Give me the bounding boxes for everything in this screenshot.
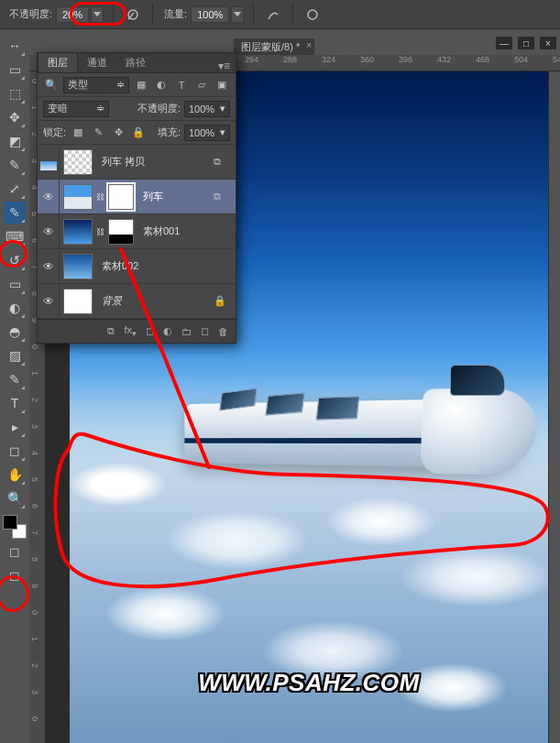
tool-14[interactable]: ✎ (4, 368, 26, 390)
watermark: WWW.PSAHZ.COM (198, 669, 419, 697)
flow-dropdown[interactable] (231, 6, 244, 23)
layer-thumb[interactable] (63, 289, 93, 314)
layer-group-icon[interactable]: 🗀 (181, 326, 192, 337)
filter-icon[interactable]: 🔍 (43, 77, 60, 93)
visibility-icon[interactable]: 👁 (38, 180, 60, 214)
tool-13[interactable]: ▨ (4, 344, 26, 366)
flow-label: 流量: (164, 7, 187, 21)
tool-11[interactable]: ◐ (4, 297, 26, 319)
tool-16[interactable]: ▸ (4, 416, 26, 438)
tool-4[interactable]: ◩ (4, 130, 26, 152)
layer-fx-icon[interactable]: fx▾ (124, 324, 137, 338)
layer-name[interactable]: 列车 拷贝 (96, 155, 214, 169)
document-title: 图层蒙版/8) * (241, 40, 300, 54)
maximize-button[interactable]: □ (518, 37, 534, 49)
layer-list: 列车 拷贝⧉👁⛓列车⧉👁⛓素材001👁素材002👁背景🔒 (38, 145, 236, 319)
layer-thumb[interactable] (63, 149, 93, 175)
layer-row[interactable]: 列车 拷贝⧉ (38, 145, 236, 180)
options-bar: 不透明度: 20% 流量: 100% (0, 0, 560, 29)
panel-menu-icon[interactable]: ▾≡ (213, 60, 236, 72)
tool-19[interactable]: 🔍 (4, 487, 26, 509)
layer-mask-thumb[interactable] (108, 184, 134, 210)
document-tab[interactable]: 图层蒙版/8) * × (234, 38, 314, 55)
lock-all-icon[interactable]: 🔒 (130, 125, 147, 141)
tool-2[interactable]: ⬚ (4, 82, 26, 104)
layer-thumb[interactable] (63, 254, 93, 279)
layers-panel: 图层 通道 路径 ▾≡ 🔍 类型≑ ▦ ◐ T ▱ ▣ 变暗≑ 不透明度: 10… (37, 52, 236, 344)
lock-label: 锁定: (43, 126, 66, 139)
layer-row[interactable]: 👁素材002 (38, 249, 236, 284)
tool-6[interactable]: ⤢ (4, 178, 26, 200)
tool-18[interactable]: ✋ (4, 464, 26, 486)
opacity-value[interactable]: 20% (56, 6, 89, 23)
filter-type-icon[interactable]: T (173, 77, 190, 93)
tab-paths[interactable]: 路径 (116, 53, 155, 72)
train-image (161, 346, 528, 511)
flow-value[interactable]: 100% (191, 6, 229, 23)
link-layers-icon[interactable]: ⧉ (107, 325, 115, 337)
opacity-label: 不透明度: (9, 7, 52, 21)
tool-1[interactable]: ▭ (4, 59, 26, 81)
layer-opacity-value[interactable]: 100%▾ (184, 101, 230, 117)
pressure-size-icon[interactable] (302, 5, 323, 25)
screenmode-icon[interactable]: ◻ (4, 564, 26, 586)
airbrush-icon[interactable] (263, 5, 283, 25)
lock-paint-icon[interactable]: ✎ (90, 125, 106, 141)
lock-position-icon[interactable]: ✥ (110, 125, 126, 141)
fill-value[interactable]: 100%▾ (184, 125, 230, 141)
layer-row[interactable]: 👁⛓列车⧉ (38, 180, 236, 214)
filter-adjust-icon[interactable]: ◐ (153, 77, 170, 93)
link-icon: ⧉ (214, 156, 228, 168)
kind-select[interactable]: 类型≑ (63, 77, 129, 93)
lock-transparent-icon[interactable]: ▩ (70, 125, 86, 141)
quickmask-icon[interactable]: ◻ (4, 541, 26, 563)
layer-row[interactable]: 👁⛓素材001 (38, 214, 236, 249)
toolbox: ↔▭⬚✥◩✎⤢✎⌨↺▭◐◓▨✎T▸◻✋🔍◻◻ (0, 29, 29, 586)
tool-8[interactable]: ⌨ (4, 225, 26, 247)
tab-channels[interactable]: 通道 (78, 53, 116, 72)
layer-name[interactable]: 素材001 (137, 224, 228, 238)
tool-17[interactable]: ◻ (4, 440, 26, 462)
tool-10[interactable]: ▭ (4, 273, 26, 295)
fill-label: 填充: (158, 126, 181, 139)
visibility-icon[interactable]: 👁 (38, 249, 60, 284)
minimize-button[interactable]: — (496, 37, 512, 49)
tool-9[interactable]: ↺ (4, 249, 26, 271)
filter-smart-icon[interactable]: ▣ (214, 77, 230, 93)
layer-row[interactable]: 👁背景🔒 (38, 284, 236, 319)
tool-3[interactable]: ✥ (4, 106, 26, 128)
layer-opacity-label: 不透明度: (137, 102, 181, 115)
layer-thumb[interactable] (63, 219, 93, 245)
link-icon: ⧉ (214, 191, 228, 202)
tool-0[interactable]: ↔ (4, 35, 26, 57)
layer-mask-thumb[interactable] (108, 219, 134, 245)
delete-layer-icon[interactable]: 🗑 (218, 326, 228, 337)
pressure-opacity-icon[interactable] (123, 5, 143, 25)
opacity-dropdown[interactable] (91, 6, 104, 23)
layer-mask-icon[interactable]: ◻ (146, 325, 154, 337)
visibility-icon[interactable]: 👁 (38, 214, 60, 249)
color-swatches[interactable] (3, 515, 27, 539)
new-layer-icon[interactable]: ◻ (201, 325, 209, 337)
tool-7[interactable]: ✎ (4, 202, 26, 224)
layer-name[interactable]: 列车 (137, 190, 214, 203)
svg-point-1 (308, 10, 317, 19)
tool-15[interactable]: T (4, 392, 26, 414)
filter-pixel-icon[interactable]: ▦ (133, 77, 149, 93)
layer-thumb[interactable] (63, 184, 93, 210)
close-icon[interactable]: × (306, 40, 312, 50)
tool-5[interactable]: ✎ (4, 154, 26, 176)
close-button[interactable]: × (540, 37, 556, 49)
tab-layers[interactable]: 图层 (38, 52, 78, 72)
adjustment-layer-icon[interactable]: ◐ (163, 325, 172, 337)
layer-name[interactable]: 背景 (96, 294, 214, 308)
blend-mode-select[interactable]: 变暗≑ (43, 101, 109, 117)
filter-shape-icon[interactable]: ▱ (193, 77, 210, 93)
visibility-icon[interactable]: 👁 (38, 284, 60, 319)
tool-12[interactable]: ◓ (4, 321, 26, 343)
layer-name[interactable]: 素材002 (96, 259, 228, 273)
